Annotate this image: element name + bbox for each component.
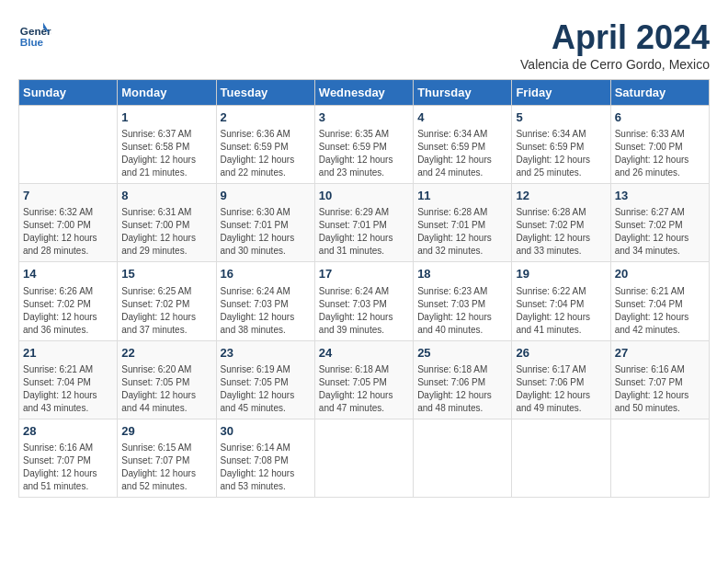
calendar-cell: 27Sunrise: 6:16 AM Sunset: 7:07 PM Dayli… xyxy=(610,340,709,419)
calendar-cell: 2Sunrise: 6:36 AM Sunset: 6:59 PM Daylig… xyxy=(216,106,314,184)
calendar-cell: 8Sunrise: 6:31 AM Sunset: 7:00 PM Daylig… xyxy=(118,184,216,262)
week-row-5: 28Sunrise: 6:16 AM Sunset: 7:07 PM Dayli… xyxy=(19,419,710,497)
calendar-cell xyxy=(610,419,709,497)
svg-text:Blue: Blue xyxy=(20,36,44,48)
day-header-thursday: Thursday xyxy=(414,80,512,106)
day-number: 20 xyxy=(615,266,705,282)
day-info: Sunrise: 6:28 AM Sunset: 7:01 PM Dayligh… xyxy=(417,206,507,258)
day-header-wednesday: Wednesday xyxy=(314,80,413,106)
logo-icon: General Blue xyxy=(18,18,51,52)
month-title: April 2024 xyxy=(520,18,710,57)
day-info: Sunrise: 6:31 AM Sunset: 7:00 PM Dayligh… xyxy=(121,206,211,258)
day-number: 2 xyxy=(221,109,311,126)
calendar-cell: 24Sunrise: 6:18 AM Sunset: 7:05 PM Dayli… xyxy=(314,340,413,419)
calendar-cell xyxy=(512,419,610,497)
day-number: 16 xyxy=(221,266,311,282)
day-header-sunday: Sunday xyxy=(19,80,118,106)
calendar-cell xyxy=(19,106,118,184)
day-number: 21 xyxy=(23,345,113,362)
calendar-cell: 26Sunrise: 6:17 AM Sunset: 7:06 PM Dayli… xyxy=(512,340,610,419)
day-info: Sunrise: 6:21 AM Sunset: 7:04 PM Dayligh… xyxy=(615,285,705,337)
calendar-cell: 1Sunrise: 6:37 AM Sunset: 6:58 PM Daylig… xyxy=(118,106,216,184)
calendar-cell xyxy=(314,419,413,497)
day-number: 28 xyxy=(23,423,113,440)
calendar-cell: 19Sunrise: 6:22 AM Sunset: 7:04 PM Dayli… xyxy=(512,262,610,340)
calendar-cell xyxy=(414,419,512,497)
calendar-cell: 29Sunrise: 6:15 AM Sunset: 7:07 PM Dayli… xyxy=(118,419,216,497)
calendar-cell: 7Sunrise: 6:32 AM Sunset: 7:00 PM Daylig… xyxy=(19,184,118,262)
title-section: April 2024 Valencia de Cerro Gordo, Mexi… xyxy=(520,18,710,72)
day-info: Sunrise: 6:15 AM Sunset: 7:07 PM Dayligh… xyxy=(121,442,211,493)
calendar-cell: 16Sunrise: 6:24 AM Sunset: 7:03 PM Dayli… xyxy=(216,262,314,340)
day-info: Sunrise: 6:36 AM Sunset: 6:59 PM Dayligh… xyxy=(221,128,311,179)
day-number: 19 xyxy=(516,266,606,282)
day-number: 11 xyxy=(417,188,507,204)
calendar-cell: 25Sunrise: 6:18 AM Sunset: 7:06 PM Dayli… xyxy=(414,340,512,419)
calendar-cell: 13Sunrise: 6:27 AM Sunset: 7:02 PM Dayli… xyxy=(610,184,709,262)
day-header-monday: Monday xyxy=(118,80,216,106)
day-number: 1 xyxy=(121,109,211,126)
day-number: 23 xyxy=(221,345,311,362)
day-info: Sunrise: 6:18 AM Sunset: 7:05 PM Dayligh… xyxy=(319,363,409,415)
calendar-table: SundayMondayTuesdayWednesdayThursdayFrid… xyxy=(18,79,710,498)
day-info: Sunrise: 6:24 AM Sunset: 7:03 PM Dayligh… xyxy=(319,285,409,337)
day-number: 15 xyxy=(121,266,211,282)
day-number: 8 xyxy=(121,188,211,204)
day-number: 12 xyxy=(516,188,606,204)
day-info: Sunrise: 6:16 AM Sunset: 7:07 PM Dayligh… xyxy=(23,442,113,493)
day-header-tuesday: Tuesday xyxy=(216,80,314,106)
day-info: Sunrise: 6:20 AM Sunset: 7:05 PM Dayligh… xyxy=(121,363,211,415)
day-number: 6 xyxy=(615,109,705,126)
calendar-cell: 28Sunrise: 6:16 AM Sunset: 7:07 PM Dayli… xyxy=(19,419,118,497)
day-info: Sunrise: 6:37 AM Sunset: 6:58 PM Dayligh… xyxy=(121,128,211,179)
calendar-cell: 15Sunrise: 6:25 AM Sunset: 7:02 PM Dayli… xyxy=(118,262,216,340)
day-info: Sunrise: 6:35 AM Sunset: 6:59 PM Dayligh… xyxy=(319,128,409,179)
day-info: Sunrise: 6:26 AM Sunset: 7:02 PM Dayligh… xyxy=(23,285,113,337)
day-number: 17 xyxy=(319,266,409,282)
day-info: Sunrise: 6:16 AM Sunset: 7:07 PM Dayligh… xyxy=(615,363,705,415)
day-info: Sunrise: 6:32 AM Sunset: 7:00 PM Dayligh… xyxy=(23,206,113,258)
calendar-cell: 5Sunrise: 6:34 AM Sunset: 6:59 PM Daylig… xyxy=(512,106,610,184)
day-number: 9 xyxy=(221,188,311,204)
calendar-cell: 4Sunrise: 6:34 AM Sunset: 6:59 PM Daylig… xyxy=(414,106,512,184)
day-info: Sunrise: 6:18 AM Sunset: 7:06 PM Dayligh… xyxy=(417,363,507,415)
day-info: Sunrise: 6:30 AM Sunset: 7:01 PM Dayligh… xyxy=(221,206,311,258)
day-info: Sunrise: 6:17 AM Sunset: 7:06 PM Dayligh… xyxy=(516,363,606,415)
day-number: 18 xyxy=(417,266,507,282)
day-header-friday: Friday xyxy=(512,80,610,106)
day-info: Sunrise: 6:22 AM Sunset: 7:04 PM Dayligh… xyxy=(516,285,606,337)
week-row-1: 1Sunrise: 6:37 AM Sunset: 6:58 PM Daylig… xyxy=(19,106,710,184)
calendar-cell: 22Sunrise: 6:20 AM Sunset: 7:05 PM Dayli… xyxy=(118,340,216,419)
day-info: Sunrise: 6:23 AM Sunset: 7:03 PM Dayligh… xyxy=(417,285,507,337)
calendar-cell: 9Sunrise: 6:30 AM Sunset: 7:01 PM Daylig… xyxy=(216,184,314,262)
calendar-cell: 6Sunrise: 6:33 AM Sunset: 7:00 PM Daylig… xyxy=(610,106,709,184)
day-number: 25 xyxy=(417,345,507,362)
calendar-cell: 11Sunrise: 6:28 AM Sunset: 7:01 PM Dayli… xyxy=(414,184,512,262)
day-number: 5 xyxy=(516,109,606,126)
day-info: Sunrise: 6:14 AM Sunset: 7:08 PM Dayligh… xyxy=(221,442,311,493)
week-row-4: 21Sunrise: 6:21 AM Sunset: 7:04 PM Dayli… xyxy=(19,340,710,419)
week-row-3: 14Sunrise: 6:26 AM Sunset: 7:02 PM Dayli… xyxy=(19,262,710,340)
day-number: 29 xyxy=(121,423,211,440)
header-row: SundayMondayTuesdayWednesdayThursdayFrid… xyxy=(19,80,710,106)
calendar-cell: 17Sunrise: 6:24 AM Sunset: 7:03 PM Dayli… xyxy=(314,262,413,340)
day-number: 7 xyxy=(23,188,113,204)
calendar-cell: 23Sunrise: 6:19 AM Sunset: 7:05 PM Dayli… xyxy=(216,340,314,419)
day-info: Sunrise: 6:33 AM Sunset: 7:00 PM Dayligh… xyxy=(615,128,705,179)
day-number: 13 xyxy=(615,188,705,204)
location-subtitle: Valencia de Cerro Gordo, Mexico xyxy=(520,57,710,72)
calendar-cell: 21Sunrise: 6:21 AM Sunset: 7:04 PM Dayli… xyxy=(19,340,118,419)
day-number: 26 xyxy=(516,345,606,362)
day-info: Sunrise: 6:27 AM Sunset: 7:02 PM Dayligh… xyxy=(615,206,705,258)
day-header-saturday: Saturday xyxy=(610,80,709,106)
calendar-cell: 12Sunrise: 6:28 AM Sunset: 7:02 PM Dayli… xyxy=(512,184,610,262)
day-number: 3 xyxy=(319,109,409,126)
day-info: Sunrise: 6:24 AM Sunset: 7:03 PM Dayligh… xyxy=(221,285,311,337)
day-number: 24 xyxy=(319,345,409,362)
calendar-cell: 20Sunrise: 6:21 AM Sunset: 7:04 PM Dayli… xyxy=(610,262,709,340)
day-number: 30 xyxy=(221,423,311,440)
day-info: Sunrise: 6:29 AM Sunset: 7:01 PM Dayligh… xyxy=(319,206,409,258)
day-info: Sunrise: 6:19 AM Sunset: 7:05 PM Dayligh… xyxy=(221,363,311,415)
calendar-cell: 3Sunrise: 6:35 AM Sunset: 6:59 PM Daylig… xyxy=(314,106,413,184)
logo: General Blue xyxy=(18,18,55,52)
